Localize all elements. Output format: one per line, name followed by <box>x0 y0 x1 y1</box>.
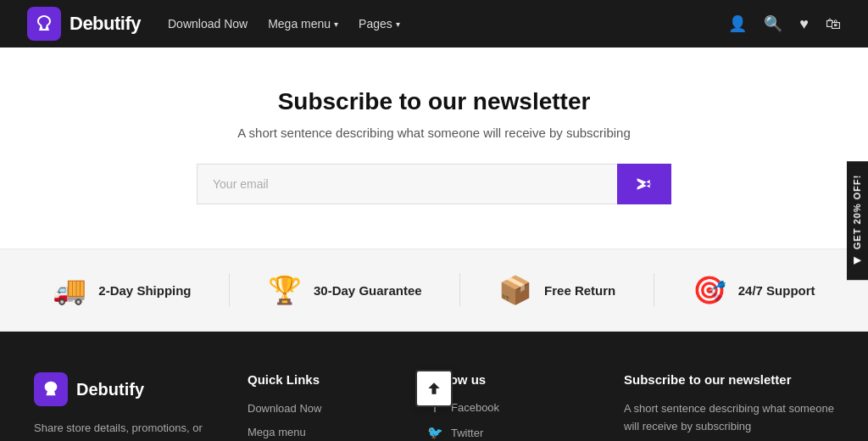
footer-newsletter-col: Subscribe to our newsletter A short sent… <box>624 372 837 441</box>
footer-quicklinks-title: Quick Links <box>248 372 400 387</box>
footer-brand-desc: Share store details, promotions, or bran… <box>34 420 220 441</box>
feature-support-label: 24/7 Support <box>738 283 815 298</box>
email-send-icon <box>636 176 653 193</box>
brand-icon <box>34 14 54 34</box>
newsletter-subtitle: A short sentence describing what someone… <box>27 126 841 140</box>
nav-pages[interactable]: Pages ▾ <box>359 17 400 31</box>
side-discount-badge[interactable]: ◀ GET 20% OFF! <box>847 161 868 280</box>
navbar-left: Debutify Download Now Mega menu ▾ Pages … <box>27 7 400 41</box>
scroll-to-top-button[interactable] <box>415 370 453 407</box>
feature-shipping: 🚚 2-Day Shipping <box>53 274 191 306</box>
footer-social-list: f Facebook 🐦 Twitter 📷 Insta... <box>427 400 597 441</box>
footer-quicklinks-list: Download Now Mega menu Pages <box>248 400 400 441</box>
newsletter-title: Subscribe to our newsletter <box>27 88 841 115</box>
footer-newsletter-title: Subscribe to our newsletter <box>624 372 837 387</box>
return-icon: 📦 <box>498 274 532 306</box>
nav-mega-menu[interactable]: Mega menu ▾ <box>268 17 338 31</box>
footer-social-twitter[interactable]: 🐦 Twitter <box>427 425 597 440</box>
brand-name: Debutify <box>70 13 141 35</box>
logo-area[interactable]: Debutify <box>27 7 141 41</box>
feature-guarantee: 🏆 30-Day Guarantee <box>268 274 422 306</box>
side-badge-text: GET 20% OFF! <box>853 175 863 249</box>
footer-newsletter-subtitle: A short sentence describing what someone… <box>624 400 837 436</box>
wishlist-icon[interactable]: ♥ <box>799 15 809 33</box>
footer-brand-icon <box>42 380 60 399</box>
newsletter-form <box>197 164 671 204</box>
footer-social-facebook[interactable]: f Facebook <box>427 400 597 415</box>
footer-brand-name: Debutify <box>76 380 144 399</box>
newsletter-submit-button[interactable] <box>617 164 671 204</box>
footer-social-col: Follow us f Facebook 🐦 Twitter 📷 Insta..… <box>427 372 597 441</box>
footer-link-download[interactable]: Download Now <box>248 400 400 416</box>
feature-shipping-label: 2-Day Shipping <box>98 283 191 298</box>
footer-quicklinks-col: Quick Links Download Now Mega menu Pages <box>248 372 400 441</box>
logo-icon <box>27 7 61 41</box>
support-icon: 🎯 <box>693 274 726 306</box>
newsletter-email-input[interactable] <box>197 164 617 204</box>
footer-social-title: Follow us <box>427 372 597 387</box>
arrow-up-icon <box>426 380 442 397</box>
feature-return: 📦 Free Return <box>498 274 615 306</box>
user-icon[interactable]: 👤 <box>728 14 747 33</box>
footer-logo[interactable]: Debutify <box>34 372 220 406</box>
cart-icon[interactable]: 🛍 <box>826 15 841 33</box>
feature-divider-1 <box>229 273 230 307</box>
nav-links: Download Now Mega menu ▾ Pages ▾ <box>168 17 400 31</box>
guarantee-icon: 🏆 <box>268 274 302 306</box>
features-bar: 🚚 2-Day Shipping 🏆 30-Day Guarantee 📦 Fr… <box>0 248 868 332</box>
newsletter-section: Subscribe to our newsletter A short sent… <box>0 47 868 248</box>
feature-divider-3 <box>654 273 654 307</box>
shipping-icon: 🚚 <box>53 274 86 306</box>
footer-logo-icon <box>34 372 68 406</box>
search-icon[interactable]: 🔍 <box>764 14 782 33</box>
twitter-label: Twitter <box>451 427 483 439</box>
side-badge-arrow-icon: ◀ <box>852 254 863 266</box>
feature-guarantee-label: 30-Day Guarantee <box>314 283 422 298</box>
footer-brand-col: Debutify Share store details, promotions… <box>34 372 220 441</box>
navbar-icons: 👤 🔍 ♥ 🛍 <box>728 14 841 33</box>
feature-return-label: Free Return <box>544 283 615 298</box>
mega-menu-arrow-icon: ▾ <box>334 20 338 29</box>
facebook-label: Facebook <box>451 401 499 414</box>
feature-divider-2 <box>459 273 460 307</box>
footer-link-mega[interactable]: Mega menu <box>248 424 400 439</box>
twitter-icon: 🐦 <box>427 425 442 440</box>
feature-support: 🎯 24/7 Support <box>693 274 815 306</box>
nav-download[interactable]: Download Now <box>168 17 248 31</box>
navbar: Debutify Download Now Mega menu ▾ Pages … <box>0 0 868 47</box>
pages-arrow-icon: ▾ <box>396 20 400 29</box>
